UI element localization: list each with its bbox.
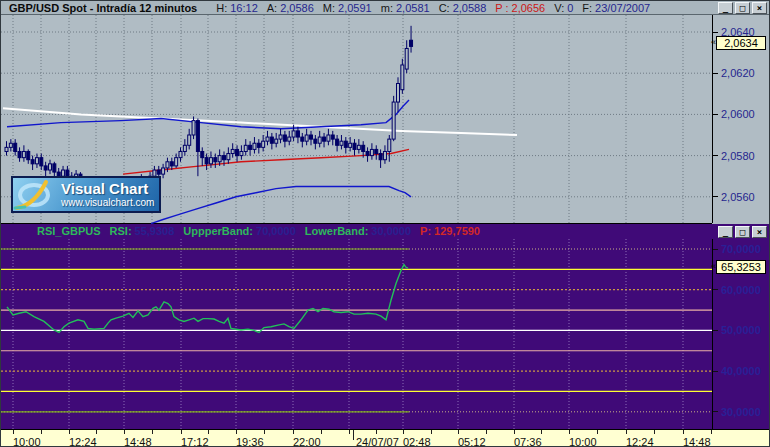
axis-tick [713, 73, 718, 74]
candle [257, 143, 260, 147]
candle [44, 166, 47, 170]
price-chart[interactable]: Visual Chart www.visualchart.com [1, 15, 712, 224]
visual-chart-window: GBP/USD Spot - Intradía 12 minutosH:16:1… [0, 0, 770, 447]
rsi-current-value-box: 65,3253 [716, 260, 766, 274]
candle [362, 145, 365, 151]
field-value-alert: 2,0656 [512, 2, 546, 14]
instrument-title: GBP/USD Spot - Intradía 12 minutos [9, 2, 197, 14]
axis-tick [713, 411, 718, 412]
time-label: 05:12 [458, 436, 486, 447]
time-tick [597, 430, 598, 434]
field-value: 70,0000 [256, 225, 296, 237]
field-label: UppperBand: [183, 225, 253, 237]
time-label: 12:24 [69, 436, 97, 447]
candle [357, 145, 360, 149]
field-label: m: [381, 2, 393, 14]
candle [18, 151, 21, 157]
candle [310, 135, 313, 139]
candle [40, 158, 43, 166]
candle [383, 151, 386, 159]
candle [175, 158, 178, 166]
candle [166, 162, 169, 168]
logo-swoosh-icon [13, 178, 57, 211]
time-tick [486, 430, 487, 434]
field-value: 2,0581 [396, 2, 430, 14]
time-label: 24/07/07 [356, 436, 399, 447]
time-tick [69, 430, 70, 434]
time-tick [96, 430, 97, 434]
field-value: 2,0588 [453, 2, 487, 14]
candle [270, 137, 273, 143]
field-label: LowerBand: [305, 225, 369, 237]
maximize-icon[interactable]: □ [735, 226, 750, 238]
field-value-alert: 129,7590 [434, 225, 480, 237]
time-tick [654, 430, 655, 434]
current-price-arrow-icon: « [711, 37, 716, 47]
candle [49, 164, 52, 170]
candle [157, 170, 160, 174]
field-value: 2,0586 [280, 2, 314, 14]
time-tick [349, 430, 350, 434]
candle [375, 149, 378, 153]
candle [244, 145, 247, 151]
candle [209, 158, 212, 164]
close-icon[interactable]: × [752, 226, 767, 238]
axis-tick [713, 289, 718, 290]
minimize-icon[interactable]: _ [718, 2, 733, 14]
rsi-chart[interactable] [1, 239, 712, 429]
logo-url[interactable]: www.visualchart.com [61, 197, 154, 208]
axis-tick-label: 2,0600 [721, 108, 755, 120]
time-tick [569, 430, 570, 434]
axis-tick-label: 40,0000 [721, 365, 761, 377]
axis-tick-label: 2,0580 [721, 150, 755, 162]
time-tick [236, 430, 237, 434]
candle [353, 143, 356, 149]
candle [340, 141, 343, 145]
time-tick [514, 430, 515, 434]
candle [205, 158, 208, 164]
field-value: 55,9308 [135, 225, 175, 237]
candle [262, 141, 265, 147]
close-icon[interactable]: × [752, 2, 767, 14]
candle [218, 156, 221, 162]
candle [27, 151, 30, 159]
field-value: 16:12 [230, 2, 258, 14]
candle [401, 65, 404, 90]
candle [370, 149, 373, 155]
candle [253, 143, 256, 149]
field-label: RSI: [110, 225, 132, 237]
axis-tick-label: 2,0620 [721, 67, 755, 79]
price-titlebar[interactable]: GBP/USD Spot - Intradía 12 minutosH:16:1… [1, 1, 770, 15]
minimize-icon[interactable]: _ [718, 226, 733, 238]
rsi-indicator-name: RSI_GBPUS [37, 225, 101, 237]
session-divider-tick [353, 430, 354, 440]
maximize-icon[interactable]: □ [735, 2, 750, 14]
time-axis[interactable]: 10:0012:2414:4817:1219:3622:0024/07/0702… [1, 429, 770, 447]
candle [236, 149, 239, 155]
rsi-titlebar[interactable]: RSI_GBPUSRSI:55,9308UppperBand:70,0000Lo… [1, 224, 770, 239]
candle [275, 139, 278, 143]
rsi-axis[interactable]: 65,3253 « 70,000060,000050,000040,000030… [712, 239, 770, 429]
field-value: 30,0000 [371, 225, 411, 237]
time-tick [683, 430, 684, 434]
candle [366, 151, 369, 155]
time-label: 14:48 [124, 436, 152, 447]
time-tick [626, 430, 627, 434]
price-axis[interactable]: 2,0634 « 2,06402,06202,06002,05802,0560 [712, 15, 770, 223]
candle [288, 137, 291, 141]
time-tick [403, 430, 404, 434]
candle [196, 121, 199, 152]
time-tick [181, 430, 182, 434]
candle [301, 137, 304, 141]
axis-tick-label: 50,0000 [721, 324, 761, 336]
candle [240, 151, 243, 155]
candle [170, 162, 173, 166]
axis-tick [713, 196, 718, 197]
candle [410, 40, 413, 46]
candle [323, 137, 326, 141]
candle [227, 154, 230, 160]
candle [336, 139, 339, 145]
rsi-chart-svg[interactable] [1, 239, 712, 429]
field-value: 0 [567, 2, 573, 14]
time-tick [376, 430, 377, 434]
